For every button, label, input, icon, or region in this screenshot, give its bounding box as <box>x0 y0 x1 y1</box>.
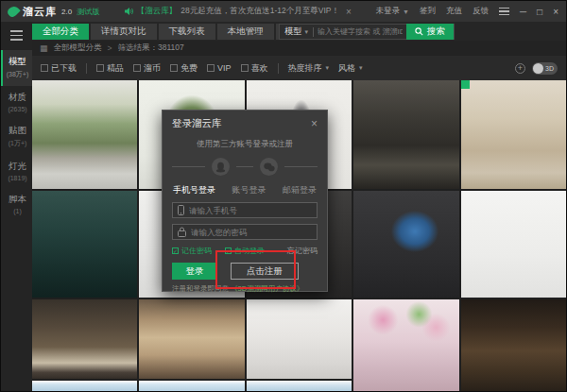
sidebar-item-count: (2635) <box>3 106 32 112</box>
tab-account-login[interactable]: 账号登录 <box>232 184 266 196</box>
thumbnail-partial-next-row[interactable] <box>247 381 352 392</box>
recharge-button[interactable]: 充值 <box>446 6 462 17</box>
thumbnail-teal-salon-interior[interactable] <box>32 191 137 298</box>
filter-liked[interactable]: 喜欢 <box>241 62 268 75</box>
qq-icon <box>215 162 226 173</box>
agreement-text: 注册和登录即同意 《3D溜溜网用户协议》 <box>172 284 318 294</box>
phone-input[interactable] <box>189 206 312 215</box>
auto-login-checkbox[interactable]: ✓ <box>225 247 232 254</box>
divider <box>86 63 87 74</box>
lock-icon <box>178 227 186 237</box>
search-input[interactable] <box>314 27 406 36</box>
app-logo-icon <box>6 4 21 19</box>
free-badge-icon <box>461 80 470 89</box>
search-bar: 模型 ▾ 搜索 <box>279 24 455 40</box>
checkbox-icon <box>170 64 178 72</box>
window-close-button[interactable]: × <box>553 7 558 17</box>
sidebar-item-lights[interactable]: 灯光 (1819) <box>1 155 32 188</box>
thumbnail-partial-next-row[interactable] <box>32 381 137 392</box>
password-input[interactable] <box>191 228 312 237</box>
toggle-knob <box>533 63 543 74</box>
filter-vip[interactable]: VIP <box>207 63 232 73</box>
filter-label: 已下载 <box>51 62 77 75</box>
tab-detail-compare[interactable]: 详情页对比 <box>91 24 157 40</box>
main-menu-icon[interactable] <box>499 8 509 16</box>
style-dropdown[interactable]: 风格 ▾ <box>338 62 363 75</box>
breadcrumb-result-count: 筛选结果：381107 <box>117 43 183 54</box>
hamburger-menu-icon[interactable] <box>10 30 23 41</box>
sort-label: 热度排序 <box>288 62 322 75</box>
password-field-wrap <box>172 224 318 240</box>
sidebar-item-label: 模型 <box>9 56 26 66</box>
chevron-down-icon: ▾ <box>359 64 363 72</box>
announcement-close-icon[interactable]: × <box>346 7 352 17</box>
chevron-down-icon: ▾ <box>326 64 330 72</box>
sort-dropdown[interactable]: 热度排序 ▾ <box>288 62 330 75</box>
thumbnail-marble-floor-hallway[interactable] <box>139 299 244 379</box>
toggle-label: 3D <box>545 65 554 72</box>
agreement-link[interactable]: 《3D溜溜网用户协议》 <box>231 284 303 293</box>
thumbnail-dark-bedroom-scene[interactable] <box>353 80 458 189</box>
dialog-header: 登录溜云库 × <box>172 117 318 130</box>
login-options-row: ✓ 记住密码 ✓ 自动登录 忘记密码 <box>172 246 318 256</box>
announcement-bar: 【溜云库】 28元起充值，首次充值送1-12个月至尊VIP！ × <box>124 6 352 17</box>
sidebar-item-label: 灯光 <box>9 161 26 171</box>
wechat-login-button[interactable] <box>260 158 278 176</box>
divider <box>236 166 253 167</box>
checkin-button[interactable]: 签到 <box>420 6 436 17</box>
3d-preview-toggle[interactable]: 3D <box>532 62 558 75</box>
breadcrumb-root[interactable]: 全部模型分类 <box>54 43 102 54</box>
filter-label: 精品 <box>107 62 124 75</box>
filter-free[interactable]: 免费 <box>170 62 198 75</box>
feedback-button[interactable]: 反馈 <box>472 6 489 17</box>
thumbnail-zen-display-shelves[interactable] <box>461 80 566 189</box>
thumbnail-white-grab-bars[interactable] <box>461 191 566 298</box>
tab-email-login[interactable]: 邮箱登录 <box>283 184 317 196</box>
add-icon[interactable]: + <box>515 63 525 74</box>
search-category-dropdown[interactable]: 模型 ▾ <box>280 26 313 38</box>
remember-password-checkbox[interactable]: ✓ <box>172 247 179 254</box>
thumbnail-folding-screen-partition[interactable] <box>32 299 137 379</box>
sidebar-item-scripts[interactable]: 脚本 (1) <box>1 188 32 221</box>
speaker-icon <box>124 7 133 16</box>
tab-local-manage[interactable]: 本地管理 <box>217 24 274 40</box>
left-sidebar: 模型 (38万+) 材质 (2635) 贴图 (1万+) 灯光 (1819) 脚… <box>1 22 32 391</box>
sidebar-item-models[interactable]: 模型 (38万+) <box>1 50 32 86</box>
app-edition: 测试版 <box>77 7 99 17</box>
qq-login-button[interactable] <box>212 158 230 176</box>
register-button[interactable]: 点击注册 <box>231 263 299 280</box>
third-party-login-row <box>172 158 318 176</box>
filter-downloaded[interactable]: 已下载 <box>41 62 77 75</box>
filter-premium[interactable]: 精品 <box>96 62 124 75</box>
sidebar-item-textures[interactable]: 贴图 (1万+) <box>1 119 32 155</box>
filter-bar: 已下载 精品 溜币 免费 VIP 喜欢 热度排序 ▾ 风格 ▾ <box>32 56 566 80</box>
login-button[interactable]: 登录 <box>172 263 217 280</box>
tab-download-list[interactable]: 下载列表 <box>159 24 215 40</box>
sidebar-item-count: (38万+) <box>3 70 32 79</box>
sidebar-item-materials[interactable]: 材质 (2635) <box>1 86 32 119</box>
filter-coin[interactable]: 溜币 <box>133 62 161 75</box>
thumbnail-partial-next-row[interactable] <box>139 381 244 392</box>
filter-label: VIP <box>217 63 232 73</box>
chevron-down-icon: ▼ <box>403 9 409 15</box>
divider <box>284 166 318 167</box>
thumbnail-wine-display-cabinet[interactable] <box>461 299 566 392</box>
sidebar-item-label: 材质 <box>9 92 26 102</box>
login-status-menu[interactable]: 未登录 ▼ <box>376 6 409 17</box>
thumbnail-treehouse-render[interactable] <box>32 80 137 189</box>
thumbnail-white-wardrobe-cabinet[interactable] <box>247 299 352 379</box>
thumbnail-dental-clinic-scene[interactable] <box>353 191 458 298</box>
sidebar-item-count: (1) <box>3 208 32 214</box>
thumbnail-wedding-balloon-arch[interactable] <box>353 299 458 392</box>
login-dialog: 登录溜云库 × 使用第三方账号登录或注册 手机号登录 账号登录 邮箱登录 <box>162 110 328 292</box>
forgot-password-link[interactable]: 忘记密码 <box>287 246 318 256</box>
style-label: 风格 <box>338 62 355 75</box>
search-button[interactable]: 搜索 <box>406 24 454 40</box>
maximize-button[interactable]: □ <box>537 7 542 17</box>
tab-all-categories[interactable]: 全部分类 <box>32 24 89 40</box>
agreement-prefix: 注册和登录即同意 <box>172 284 229 293</box>
wechat-icon <box>264 162 275 172</box>
tab-phone-login[interactable]: 手机号登录 <box>173 184 215 196</box>
minimize-button[interactable]: ─ <box>520 7 526 17</box>
dialog-close-icon[interactable]: × <box>311 119 318 128</box>
